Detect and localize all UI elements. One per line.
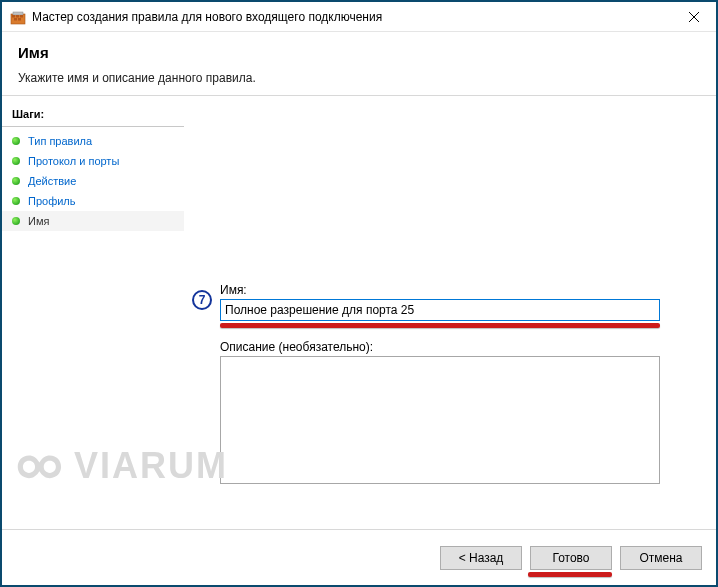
step-label: Имя — [28, 215, 49, 227]
svg-rect-6 — [18, 18, 21, 21]
wizard-body: Шаги: Тип правила Протокол и порты Дейст… — [2, 96, 716, 529]
steps-heading: Шаги: — [2, 104, 184, 127]
annotation-underline-finish — [528, 572, 612, 577]
window-title: Мастер создания правила для нового входя… — [32, 10, 382, 24]
steps-sidebar: Шаги: Тип правила Протокол и порты Дейст… — [2, 96, 184, 529]
svg-rect-3 — [16, 15, 19, 18]
svg-rect-4 — [20, 15, 23, 18]
page-subtitle: Укажите имя и описание данного правила. — [18, 71, 700, 85]
bullet-icon — [12, 197, 20, 205]
wizard-header: Имя Укажите имя и описание данного прави… — [2, 32, 716, 96]
close-button[interactable] — [671, 2, 716, 31]
bullet-icon — [12, 177, 20, 185]
finish-button[interactable]: Готово — [530, 546, 612, 570]
step-label: Действие — [28, 175, 76, 187]
step-item-protocol[interactable]: Протокол и порты — [2, 151, 184, 171]
annotation-step-number: 7 — [192, 290, 212, 310]
bullet-icon — [12, 137, 20, 145]
step-item-name[interactable]: Имя — [2, 211, 184, 231]
name-field-block: Имя: Описание (необязательно): — [220, 283, 660, 487]
step-label: Профиль — [28, 195, 76, 207]
wizard-footer: < Назад Готово Отмена — [2, 529, 716, 585]
step-label: Тип правила — [28, 135, 92, 147]
close-icon — [689, 12, 699, 22]
wizard-window: Мастер создания правила для нового входя… — [0, 0, 718, 587]
bullet-icon — [12, 217, 20, 225]
step-item-profile[interactable]: Профиль — [2, 191, 184, 211]
description-field-block: Описание (необязательно): — [220, 340, 660, 487]
svg-rect-1 — [13, 12, 23, 15]
description-label: Описание (необязательно): — [220, 340, 660, 354]
step-label: Протокол и порты — [28, 155, 119, 167]
description-input[interactable] — [220, 356, 660, 484]
app-icon — [10, 9, 26, 25]
svg-rect-5 — [14, 18, 17, 21]
svg-rect-2 — [12, 15, 15, 18]
annotation-underline — [220, 323, 660, 328]
cancel-button[interactable]: Отмена — [620, 546, 702, 570]
step-item-action[interactable]: Действие — [2, 171, 184, 191]
bullet-icon — [12, 157, 20, 165]
back-button[interactable]: < Назад — [440, 546, 522, 570]
titlebar: Мастер создания правила для нового входя… — [2, 2, 716, 32]
page-title: Имя — [18, 44, 700, 61]
name-label: Имя: — [220, 283, 660, 297]
wizard-content: 7 Имя: Описание (необязательно): — [184, 96, 716, 529]
step-item-type[interactable]: Тип правила — [2, 131, 184, 151]
name-input[interactable] — [220, 299, 660, 321]
